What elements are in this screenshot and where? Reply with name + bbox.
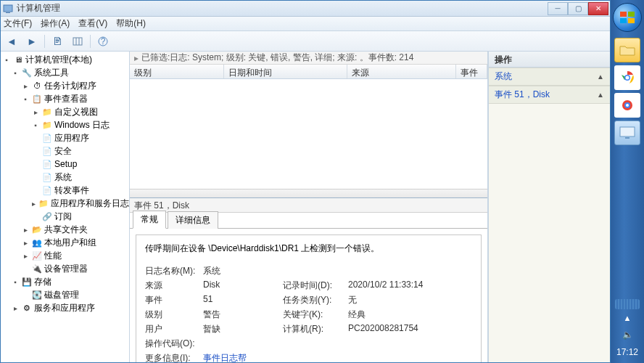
tree-item[interactable]: 🔗订阅 bbox=[1, 210, 129, 223]
tree-item-label: 本地用户和组 bbox=[44, 237, 96, 249]
tab-general[interactable]: 常规 bbox=[133, 211, 166, 229]
disk-icon: 💽 bbox=[32, 290, 42, 300]
logged-label: 记录时间(D): bbox=[283, 280, 348, 292]
tree-item-label: 自定义视图 bbox=[54, 106, 98, 118]
tree-twisty[interactable]: ▪ bbox=[2, 56, 11, 64]
tree-twisty[interactable]: ▸ bbox=[21, 252, 30, 260]
col-date[interactable]: 日期和时间 bbox=[224, 65, 347, 78]
taskbar-browser1[interactable] bbox=[614, 65, 640, 90]
window-minimize-button[interactable]: ─ bbox=[548, 2, 568, 15]
tree-twisty[interactable]: ▪ bbox=[11, 69, 20, 77]
tree-twisty[interactable]: ▸ bbox=[21, 226, 30, 234]
tree-twisty[interactable]: ▪ bbox=[31, 121, 40, 129]
detail-tabs: 常规 详细信息 bbox=[130, 213, 487, 229]
toolbar-forward-button[interactable]: ► bbox=[24, 33, 40, 49]
taskbar-explorer[interactable] bbox=[614, 38, 640, 62]
tree-item[interactable]: ▸📈性能 bbox=[1, 249, 129, 262]
tree-item[interactable]: ▸📂共享文件夹 bbox=[1, 223, 129, 236]
storage-icon: 💾 bbox=[22, 277, 32, 287]
toolbar-columns-button[interactable] bbox=[70, 33, 86, 49]
tree-item[interactable]: 📄转发事件 bbox=[1, 184, 129, 197]
taskbar-clock[interactable]: 17:12 bbox=[616, 347, 638, 357]
start-button[interactable] bbox=[613, 3, 642, 32]
tray-volume-icon[interactable]: 🔈 bbox=[622, 330, 633, 340]
svg-rect-2 bbox=[73, 38, 82, 45]
tree-item[interactable]: 📄安全 bbox=[1, 144, 129, 158]
grid-scrollbar[interactable] bbox=[130, 189, 487, 197]
tree-item[interactable]: ▸📁自定义视图 bbox=[1, 105, 129, 118]
tree-item-label: 性能 bbox=[44, 250, 62, 262]
tree-item[interactable]: ▪🔧系统工具 bbox=[1, 66, 129, 79]
log-icon: 📄 bbox=[42, 146, 52, 156]
window-close-button[interactable]: ✕ bbox=[588, 2, 608, 15]
taskbar-separator bbox=[615, 299, 640, 309]
tree-item[interactable]: 📄应用程序 bbox=[1, 131, 129, 144]
tree-twisty[interactable]: ▸ bbox=[21, 82, 30, 90]
tree-item[interactable]: ▪📁Windows 日志 bbox=[1, 118, 129, 131]
toolbar-up-button[interactable]: 🖹 bbox=[49, 33, 65, 49]
menu-help[interactable]: 帮助(H) bbox=[116, 17, 146, 30]
tree-item-label: 服务和应用程序 bbox=[34, 302, 95, 314]
menu-action[interactable]: 操作(A) bbox=[41, 17, 70, 30]
taskbar-browser2[interactable] bbox=[614, 93, 640, 118]
toolbar-help-button[interactable]: ? bbox=[95, 33, 111, 49]
tree-panel[interactable]: ▪ 🖥 计算机管理(本地) ▪🔧系统工具▸⏱任务计划程序▪📋事件查看器▸📁自定义… bbox=[1, 52, 130, 362]
eventid-label: 事件 bbox=[145, 294, 203, 306]
svg-rect-9 bbox=[620, 18, 627, 23]
users-icon: 👥 bbox=[32, 237, 42, 248]
col-source[interactable]: 来源 bbox=[347, 65, 456, 78]
tree-item[interactable]: ▸⏱任务计划程序 bbox=[1, 79, 129, 92]
tree-twisty[interactable]: ▪ bbox=[21, 95, 30, 103]
svg-rect-0 bbox=[4, 5, 12, 12]
tree-item[interactable]: ▸👥本地用户和组 bbox=[1, 236, 129, 249]
actions-section-system[interactable]: 系统▲ bbox=[489, 68, 610, 86]
tree-twisty[interactable]: ▸ bbox=[11, 304, 20, 312]
user-label: 用户 bbox=[145, 323, 203, 335]
sub-icon: 🔗 bbox=[42, 211, 52, 221]
taskbar-app-active[interactable] bbox=[614, 121, 640, 145]
tree-item[interactable]: ▸📁应用程序和服务日志 bbox=[1, 197, 129, 210]
titlebar: 计算机管理 ─ ▢ ✕ bbox=[1, 1, 610, 17]
col-event[interactable]: 事件 bbox=[456, 65, 487, 78]
tree-item[interactable]: 📄系统 bbox=[1, 171, 129, 184]
tree-item[interactable]: 🔌设备管理器 bbox=[1, 262, 129, 275]
toolbar: ◄ ► 🖹 ? bbox=[1, 31, 610, 52]
toolbar-back-button[interactable]: ◄ bbox=[4, 33, 20, 49]
svg-rect-19 bbox=[625, 137, 629, 139]
detail-panel: 事件 51，Disk 常规 详细信息 传呼期间在设备 \Device\Hardd… bbox=[130, 198, 487, 362]
logname-label: 日志名称(M): bbox=[145, 265, 203, 277]
tree-root[interactable]: ▪ 🖥 计算机管理(本地) bbox=[1, 53, 129, 66]
menu-view[interactable]: 查看(V) bbox=[78, 17, 107, 30]
col-level[interactable]: 级别 bbox=[130, 65, 224, 78]
keywords-label: 关键字(K): bbox=[283, 309, 348, 321]
logged-value: 2020/10/2 11:33:14 bbox=[348, 280, 464, 292]
chrome-icon bbox=[619, 97, 635, 113]
tree-twisty[interactable]: ▸ bbox=[21, 239, 30, 247]
menu-file[interactable]: 文件(F) bbox=[4, 17, 32, 30]
system-tray: ▲ 🔈 17:12 bbox=[611, 314, 644, 363]
tab-details[interactable]: 详细信息 bbox=[168, 211, 218, 229]
moreinfo-link[interactable]: 事件日志帮 bbox=[203, 352, 283, 362]
folder-icon: 📁 bbox=[42, 120, 52, 130]
folder-icon: 📁 bbox=[42, 107, 52, 117]
tree-item-label: 订阅 bbox=[54, 211, 72, 223]
tree-twisty[interactable]: ▪ bbox=[11, 278, 20, 286]
actions-section-event[interactable]: 事件 51，Disk▲ bbox=[489, 86, 610, 104]
tree-item[interactable]: ▪💾存储 bbox=[1, 275, 129, 288]
tree-item[interactable]: 📄Setup bbox=[1, 158, 129, 171]
tray-arrow-icon[interactable]: ▲ bbox=[624, 314, 632, 322]
window-maximize-button[interactable]: ▢ bbox=[568, 2, 588, 15]
tree-item[interactable]: ▸⚙服务和应用程序 bbox=[1, 301, 129, 314]
app-icon bbox=[2, 3, 14, 15]
menubar: 文件(F) 操作(A) 查看(V) 帮助(H) bbox=[1, 17, 610, 31]
taskbar: ▲ 🔈 17:12 bbox=[611, 0, 644, 363]
tree-twisty[interactable]: ▸ bbox=[31, 200, 36, 208]
tree-item[interactable]: ▪📋事件查看器 bbox=[1, 92, 129, 105]
tree-item[interactable]: 💽磁盘管理 bbox=[1, 288, 129, 301]
log-icon: 📄 bbox=[42, 172, 52, 182]
tree-twisty[interactable]: ▸ bbox=[31, 108, 40, 116]
taskcat-value: 无 bbox=[348, 294, 464, 306]
level-label: 级别 bbox=[145, 309, 203, 321]
grid-body[interactable] bbox=[130, 79, 487, 189]
folder-icon: 📁 bbox=[38, 198, 49, 208]
